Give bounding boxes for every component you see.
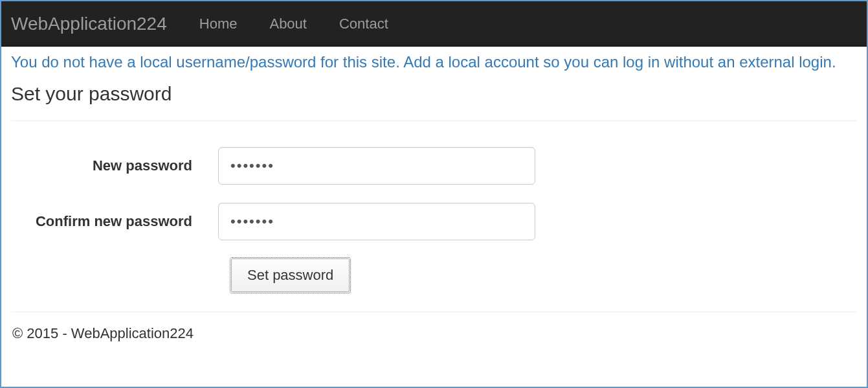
set-password-form: New password Confirm new password Set pa… [11, 141, 857, 292]
confirm-password-input[interactable] [218, 203, 535, 240]
navbar-nav: Home About Contact [183, 9, 405, 39]
form-group-new-password: New password [11, 147, 857, 185]
page-title: Set your password [11, 83, 857, 105]
new-password-input[interactable] [218, 147, 535, 185]
navbar: WebApplication224 Home About Contact [1, 1, 867, 47]
nav-contact[interactable]: Contact [323, 9, 405, 39]
new-password-label: New password [11, 157, 218, 174]
divider [11, 120, 857, 121]
nav-home[interactable]: Home [183, 9, 254, 39]
footer-text: © 2015 - WebApplication224 [11, 325, 857, 348]
set-password-button[interactable]: Set password [231, 258, 350, 292]
navbar-brand[interactable]: WebApplication224 [11, 14, 177, 34]
footer-divider [11, 312, 857, 312]
form-group-confirm-password: Confirm new password [11, 203, 857, 240]
info-text: You do not have a local username/passwor… [11, 53, 857, 71]
nav-about[interactable]: About [253, 9, 323, 39]
confirm-password-label: Confirm new password [11, 213, 218, 230]
